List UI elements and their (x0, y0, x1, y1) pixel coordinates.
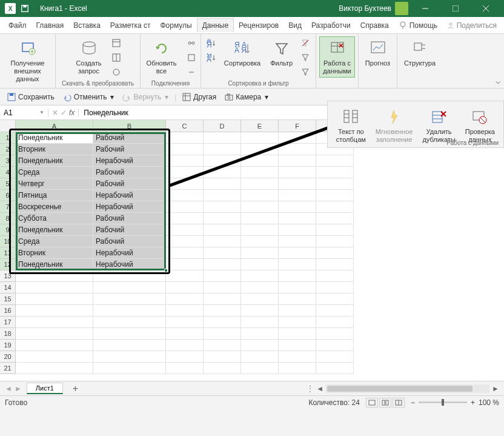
row-header-5[interactable]: 5 (0, 178, 16, 190)
cell-B9[interactable]: Рабочий (93, 224, 166, 236)
flash-fill-button[interactable]: Мгновенное заполнение (372, 105, 417, 146)
cell-D4[interactable] (204, 167, 241, 178)
tell-me-icon[interactable] (399, 21, 407, 30)
cell-B12[interactable]: Нерабочий (93, 259, 166, 270)
cell-D14[interactable] (204, 282, 241, 293)
cell-E2[interactable] (241, 144, 279, 155)
cell-F4[interactable] (279, 167, 316, 178)
cell-G10[interactable] (316, 236, 354, 247)
qat-undo-button[interactable]: Отменить▾ (61, 92, 117, 102)
forecast-button[interactable]: Прогноз (362, 36, 394, 70)
cell-E4[interactable] (241, 167, 279, 178)
cell-E10[interactable] (241, 236, 279, 247)
qat-camera-button[interactable]: Камера▾ (222, 92, 271, 102)
text-to-columns-button[interactable]: Текст по столбцам (333, 105, 370, 146)
row-header-12[interactable]: 12 (0, 259, 16, 270)
cell-F10[interactable] (279, 236, 316, 247)
cell-D11[interactable] (204, 247, 241, 259)
cell-C8[interactable] (166, 213, 204, 224)
cell-C17[interactable] (166, 317, 204, 328)
cell-E6[interactable] (241, 190, 279, 201)
cell-G15[interactable] (316, 293, 354, 305)
cell-G19[interactable] (316, 340, 354, 351)
cell-D18[interactable] (204, 328, 241, 340)
cell-A5[interactable]: Четверг (16, 178, 93, 190)
cell-F9[interactable] (279, 224, 316, 236)
show-queries-button[interactable] (110, 36, 123, 50)
qat-save-button[interactable]: Сохранить (5, 92, 57, 102)
column-header-C[interactable]: C (166, 120, 204, 132)
row-header-1[interactable]: 1 (0, 132, 16, 144)
cell-E7[interactable] (241, 201, 279, 213)
sort-desc-button[interactable]: ЯА (205, 51, 218, 64)
cell-E8[interactable] (241, 213, 279, 224)
hscroll-left[interactable]: ◄ (316, 384, 323, 393)
cell-B19[interactable] (93, 340, 166, 351)
cell-A19[interactable] (16, 340, 93, 351)
cell-F14[interactable] (279, 282, 316, 293)
avatar[interactable] (395, 2, 408, 15)
zoom-level[interactable]: 100 % (479, 398, 499, 407)
cell-F5[interactable] (279, 178, 316, 190)
selection-handle[interactable] (164, 269, 168, 272)
advanced-filter-button[interactable] (299, 65, 312, 79)
cell-D6[interactable] (204, 190, 241, 201)
cell-F15[interactable] (279, 293, 316, 305)
view-pagebreak-button[interactable] (393, 398, 405, 407)
cell-D12[interactable] (204, 259, 241, 270)
cell-D21[interactable] (204, 363, 241, 374)
cell-G9[interactable] (316, 224, 354, 236)
cell-F21[interactable] (279, 363, 316, 374)
select-all-corner[interactable] (0, 120, 16, 132)
row-header-3[interactable]: 3 (0, 155, 16, 167)
row-header-4[interactable]: 4 (0, 167, 16, 178)
row-header-7[interactable]: 7 (0, 201, 16, 213)
cell-B1[interactable]: Рабочий (93, 132, 166, 144)
cell-B8[interactable]: Рабочий (93, 213, 166, 224)
cell-B18[interactable] (93, 328, 166, 340)
cell-D19[interactable] (204, 340, 241, 351)
cell-G17[interactable] (316, 317, 354, 328)
cell-G7[interactable] (316, 201, 354, 213)
cell-D15[interactable] (204, 293, 241, 305)
row-header-13[interactable]: 13 (0, 270, 16, 282)
cell-B10[interactable]: Рабочий (93, 236, 166, 247)
row-header-2[interactable]: 2 (0, 144, 16, 155)
cell-F13[interactable] (279, 270, 316, 282)
cell-B4[interactable]: Рабочий (93, 167, 166, 178)
cell-F11[interactable] (279, 247, 316, 259)
cell-A12[interactable]: Понедельник (16, 259, 93, 270)
cell-F7[interactable] (279, 201, 316, 213)
cell-D1[interactable] (204, 132, 241, 144)
cell-B15[interactable] (93, 293, 166, 305)
share-button[interactable]: Поделиться (443, 20, 500, 31)
cell-G16[interactable] (316, 305, 354, 317)
cell-B11[interactable]: Нерабочий (93, 247, 166, 259)
row-header-14[interactable]: 14 (0, 282, 16, 293)
cell-A18[interactable] (16, 328, 93, 340)
cell-G11[interactable] (316, 247, 354, 259)
close-button[interactable] (472, 0, 499, 17)
cell-A10[interactable]: Среда (16, 236, 93, 247)
cell-B21[interactable] (93, 363, 166, 374)
cell-B2[interactable]: Рабочий (93, 144, 166, 155)
cell-D17[interactable] (204, 317, 241, 328)
row-header-20[interactable]: 20 (0, 351, 16, 363)
cell-C15[interactable] (166, 293, 204, 305)
cell-C19[interactable] (166, 340, 204, 351)
cell-E13[interactable] (241, 270, 279, 282)
tab-formulas[interactable]: Формулы (156, 19, 197, 32)
cell-G14[interactable] (316, 282, 354, 293)
cell-A11[interactable]: Вторник (16, 247, 93, 259)
cell-F19[interactable] (279, 340, 316, 351)
tab-help[interactable]: Справка (356, 19, 394, 32)
cell-A4[interactable]: Среда (16, 167, 93, 178)
cell-D9[interactable] (204, 224, 241, 236)
cell-E16[interactable] (241, 305, 279, 317)
cell-B17[interactable] (93, 317, 166, 328)
cell-B20[interactable] (93, 351, 166, 363)
cell-D10[interactable] (204, 236, 241, 247)
row-header-19[interactable]: 19 (0, 340, 16, 351)
tab-file[interactable]: Файл (4, 19, 31, 32)
cell-E19[interactable] (241, 340, 279, 351)
